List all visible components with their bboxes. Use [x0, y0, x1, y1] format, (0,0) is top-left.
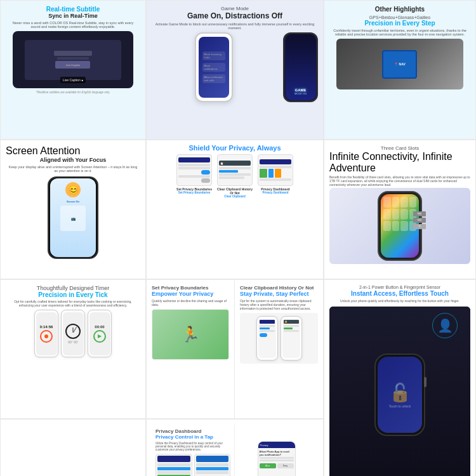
timer-screen-2: 00° 00': [63, 312, 84, 355]
privacy-boundaries-half: Set Privacy Boundaries Empower Your Priv…: [147, 280, 235, 418]
timer-subtitle: Precision in Every Tick: [6, 291, 140, 298]
pv-image-content: 🏃: [152, 310, 228, 359]
timer-ring-1: [40, 330, 53, 343]
instant-access-image: 👤 🔓 Touch to unlock: [329, 307, 470, 476]
timer-time-2: 00° 00': [68, 340, 77, 344]
privacy-boundaries-image: 🏃: [152, 309, 229, 360]
instant-access-cell: 2-in-1 Power Button & Fingerprint Sensor…: [324, 279, 476, 476]
timer-ring-3: ▶: [93, 330, 106, 343]
timer-screen-3: 00:00 ▶: [89, 312, 110, 355]
screen-attention-cell: Screen Attention Aligned with Your Focus…: [0, 140, 146, 279]
pv-desc: Quickly authorize or decline the sharing…: [152, 299, 229, 307]
game-mode-title: Game On, Distractions Off: [152, 11, 318, 20]
toggle-off: [201, 178, 210, 183]
pv-title: Set Privacy Boundaries: [152, 285, 229, 291]
pd-title: Privacy Dashboard: [155, 428, 230, 434]
timer-phone-2: 00° 00': [61, 310, 85, 357]
clipboard-screen-2: 🔒: [282, 319, 300, 358]
clipboard-screen: 📋: [217, 154, 253, 186]
timer-play: ▶: [98, 333, 102, 339]
car-interior: 📍 NAV: [336, 39, 463, 89]
notif-allow: Allow notification and calls: [202, 74, 225, 83]
app-icon-5: [383, 209, 391, 220]
pd-row-6: [196, 467, 229, 470]
pd-screen-header-2: [196, 456, 229, 462]
three-card-label: Three Card Slots: [329, 145, 470, 151]
screen-attention-phone-screen: 😊 Screen On 📺: [50, 178, 96, 257]
timer-display-3: 00:00: [95, 325, 104, 329]
three-card-phone-image: SIM1 SIM2 TF: [329, 188, 470, 264]
gps-label: GPS+Beidou+Glonass+Galileo: [329, 15, 470, 20]
clipboard-phone-1: [256, 316, 278, 360]
screen-attention-phone: 😊 Screen On 📺: [48, 176, 98, 259]
nav-screen: 📍 NAV: [382, 50, 417, 79]
pd-screens-row: [155, 454, 230, 476]
precision-title: Precision in Every Step: [329, 20, 470, 27]
app-icon-6: [392, 209, 400, 220]
app-icon-9: [383, 221, 391, 232]
screen-attention-title: Screen Attention: [6, 145, 140, 157]
clear-clipboard-phone: 🔒: [240, 313, 318, 364]
three-card-title: Infinite Connectivity, Infinite Adventur…: [329, 151, 470, 174]
game-screen-right: GAME MODE ON: [286, 34, 316, 100]
face-scan-overlay: 👤: [432, 313, 458, 338]
timer-phone-1: 0:14:56: [34, 310, 58, 357]
clipboard-screen-1: [258, 319, 276, 358]
ia-phone-screen: 🔓 Touch to unlock: [378, 357, 422, 433]
live-caption-label: Live Caption ●: [60, 77, 86, 83]
pd-row-1: [157, 463, 190, 466]
clear-clipboard-sublabel: Clear Clipboard: [224, 195, 246, 198]
app-icon-1: [383, 197, 391, 208]
permission-phone: Privacy Allow Photo App to send you noti…: [258, 441, 296, 476]
realtime-desc: Never miss a word with COLOR OS Real-tim…: [8, 21, 138, 29]
ia-dark-bg: 👤 🔓 Touch to unlock: [329, 307, 470, 476]
unlock-text: Touch to unlock: [389, 404, 411, 408]
three-card-slots-cell: Three Card Slots Infinite Connectivity, …: [324, 140, 476, 279]
power-button: [424, 377, 426, 387]
set-privacy-boundaries-item: Set Privacy Boundaries Set Privacy Bound…: [175, 154, 213, 194]
perm-deny-btn[interactable]: Deny: [277, 463, 294, 468]
pv-image-emoji: 🏃: [181, 326, 200, 343]
app-icon-11: [400, 221, 408, 232]
cc-desc: Opt for the system to automatically eras…: [240, 299, 318, 310]
app-icon-7: [400, 209, 408, 220]
pd-screen-header-1: [157, 456, 190, 462]
game-screen-img: Block Incoming Calls Block notifications…: [199, 37, 229, 98]
shield-privacy-cell: Shield Your Privacy, Always Set Privacy …: [146, 140, 324, 279]
notification-permission-content: Privacy Allow Photo App to send you noti…: [235, 425, 318, 476]
perm-allow-btn[interactable]: Allow: [260, 463, 276, 468]
cc-subtitle: Stay Private, Stay Perfect: [240, 291, 318, 298]
screen-attention-subtitle: Aligned with Your Focus: [6, 157, 140, 163]
game-phone-left: Block Incoming Calls Block notifications…: [195, 32, 233, 102]
clipboard-phones: 🔒: [256, 316, 302, 360]
cc-title: Clear Clipboard History Or Not: [240, 285, 318, 291]
sim-tray: SIM1 SIM2 TF: [413, 211, 426, 229]
car-navigation-image: 📍 NAV: [336, 39, 463, 89]
pd-row-5: [196, 463, 229, 466]
game-mode-desc: Activate Game Mode to block out unnecess…: [154, 22, 315, 30]
screen-attention-desc: Keep your display alive and uninterrupte…: [8, 165, 138, 173]
set-privacy-sublabel: Set Privacy Boundaries: [178, 191, 210, 194]
perm-content: Allow Photo App to send you notification…: [258, 448, 295, 470]
clipboard-phone-2: 🔒: [281, 316, 302, 360]
other-highlights-cell: Other Highlights GPS+Beidou+Glonass+Gali…: [324, 0, 476, 140]
timer-phones-row: 0:14:56 00° 00' 00:: [6, 310, 140, 357]
three-card-desc: Benefit from the flexibility of three ca…: [329, 175, 470, 187]
timer-title: Thoughtfully Designed Timer: [6, 285, 140, 291]
app-icon-3: [400, 197, 408, 208]
privacy-dashboard-item: Privacy Dashboard Privacy Dashboard: [256, 154, 294, 194]
realtime-subtitle-cell: Real-time Subtitle Sync in Real-Time Nev…: [0, 0, 146, 140]
clear-clipboard-label: Clear Clipboard History Or Not: [216, 187, 254, 195]
timer-display-1: 0:14:56: [40, 325, 53, 329]
bottom-left-cell: [0, 419, 146, 476]
perm-allow-text: Allow: [265, 465, 270, 467]
timer-phone-3: 00:00 ▶: [88, 310, 112, 357]
instant-access-desc: Unlock your phone quickly and effortless…: [329, 299, 470, 303]
pv-subtitle: Empower Your Privacy: [152, 291, 229, 298]
app-icon-2: [392, 197, 400, 208]
shield-privacy-title: Shield Your Privacy, Always: [188, 144, 281, 152]
realtime-screen-mock: Live Caption Live Caption ●: [13, 31, 134, 88]
ia-phone: 🔓 Touch to unlock: [374, 354, 425, 436]
app-icon-4: [409, 197, 417, 208]
toggle-on: [201, 170, 210, 175]
